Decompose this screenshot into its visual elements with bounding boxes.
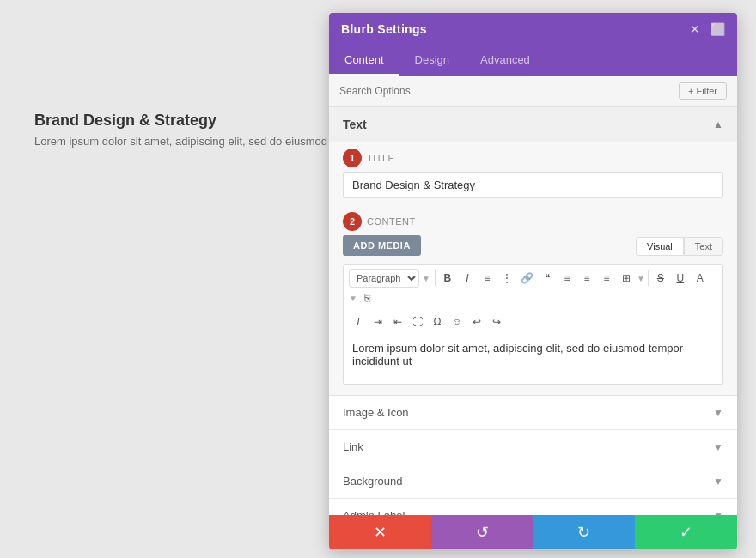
cancel-button[interactable]: ✕: [329, 515, 431, 549]
text-color-button[interactable]: A: [691, 269, 710, 288]
blockquote-button[interactable]: ❝: [538, 269, 557, 288]
editor-tabs: Visual Text: [636, 237, 723, 256]
editor-area[interactable]: Lorem ipsum dolor sit amet, adipiscing e…: [343, 333, 723, 385]
add-media-button[interactable]: ADD MEDIA: [343, 235, 421, 256]
save-icon: ✓: [680, 523, 692, 542]
indent-button[interactable]: ⇥: [369, 312, 387, 331]
panel-footer: ✕ ↺ ↻ ✓: [329, 515, 737, 549]
text-tab[interactable]: Text: [684, 237, 723, 256]
admin-label-section-title: Admin Label: [343, 509, 405, 515]
underline-button[interactable]: U: [671, 269, 690, 288]
search-input[interactable]: [339, 85, 679, 97]
redo-button[interactable]: ↻: [533, 515, 636, 549]
italic2-button[interactable]: I: [349, 312, 368, 331]
omega-button[interactable]: Ω: [428, 312, 447, 331]
expand-icon[interactable]: ⬜: [710, 21, 725, 37]
editor-toolbar-row1: Paragraph Heading 1 Heading 2 ▼ B I ≡ ⋮ …: [343, 264, 723, 311]
text-section-title: Text: [343, 118, 367, 131]
title-field: 1 Title: [329, 142, 737, 209]
link-section: Link ▼: [329, 430, 737, 464]
tab-advanced[interactable]: Advanced: [465, 45, 546, 76]
copy-button[interactable]: ⎘: [358, 288, 377, 307]
link-section-title: Link: [343, 440, 363, 453]
background-section-header[interactable]: Background ▼: [329, 464, 737, 498]
toolbar-divider-2: [648, 270, 649, 286]
outdent-button[interactable]: ⇤: [388, 312, 407, 331]
reset-icon: ↺: [476, 523, 489, 542]
editor-toolbar-row2: I ⇥ ⇤ ⛶ Ω ☺ ↩ ↪: [343, 311, 723, 333]
content-field: 2 Content ADD MEDIA Visual Text: [329, 209, 737, 395]
image-icon-chevron: ▼: [713, 407, 723, 419]
redo-icon: ↻: [577, 523, 590, 542]
cancel-icon: ✕: [374, 523, 387, 542]
link-chevron: ▼: [713, 441, 723, 453]
paragraph-select[interactable]: Paragraph Heading 1 Heading 2: [349, 269, 419, 288]
panel-content: Text ▲ 1 Title 2 Content: [329, 107, 737, 515]
panel-title: Blurb Settings: [341, 22, 427, 36]
filter-button[interactable]: + Filter: [679, 82, 727, 100]
editor-content: Lorem ipsum dolor sit amet, adipiscing e…: [352, 342, 683, 367]
redo-toolbar-button[interactable]: ↪: [487, 312, 506, 331]
link-section-header[interactable]: Link ▼: [329, 430, 737, 464]
blurb-settings-panel: Blurb Settings ✕ ⬜ Content Design Advanc…: [329, 13, 737, 549]
bold-button[interactable]: B: [438, 269, 457, 288]
undo-button[interactable]: ↩: [467, 312, 486, 331]
ordered-list-button[interactable]: ⋮: [497, 269, 516, 288]
text-section-header[interactable]: Text ▲: [329, 107, 737, 142]
background-section-title: Background: [343, 475, 402, 488]
image-icon-section-title: Image & Icon: [343, 406, 409, 419]
admin-label-section: Admin Label ▼: [329, 499, 737, 515]
emoji-button[interactable]: ☺: [448, 312, 466, 331]
visual-tab[interactable]: Visual: [636, 237, 684, 256]
admin-label-section-header[interactable]: Admin Label ▼: [329, 499, 737, 515]
strikethrough-button[interactable]: S: [651, 269, 670, 288]
step-1-badge: 1: [343, 149, 362, 167]
text-section: Text ▲ 1 Title 2 Content: [329, 107, 737, 396]
link-button[interactable]: 🔗: [517, 269, 537, 288]
save-button[interactable]: ✓: [635, 515, 737, 549]
italic-button[interactable]: I: [458, 269, 477, 288]
fullscreen-button[interactable]: ⛶: [408, 312, 427, 331]
content-label: Content: [367, 216, 416, 227]
modal-overlay: Blurb Settings ✕ ⬜ Content Design Advanc…: [0, 0, 756, 558]
table-button[interactable]: ⊞: [617, 269, 636, 288]
step-2-badge: 2: [343, 212, 362, 231]
image-icon-section-header[interactable]: Image & Icon ▼: [329, 396, 737, 429]
align-right-button[interactable]: ≡: [597, 269, 616, 288]
background-section: Background ▼: [329, 464, 737, 499]
title-label: Title: [367, 153, 394, 163]
align-left-button[interactable]: ≡: [558, 269, 576, 288]
panel-header-icons: ✕ ⬜: [687, 21, 725, 37]
title-input[interactable]: [343, 172, 723, 198]
panel-header: Blurb Settings ✕ ⬜: [329, 13, 737, 45]
toolbar-divider-1: [435, 270, 436, 286]
image-icon-section: Image & Icon ▼: [329, 396, 737, 430]
panel-tabs: Content Design Advanced: [329, 45, 737, 76]
reset-button[interactable]: ↺: [431, 515, 533, 549]
unordered-list-button[interactable]: ≡: [478, 269, 497, 288]
search-bar: + Filter: [329, 76, 737, 107]
text-section-chevron: ▲: [713, 118, 723, 130]
close-icon[interactable]: ✕: [687, 21, 703, 37]
tab-content[interactable]: Content: [329, 45, 399, 76]
align-center-button[interactable]: ≡: [577, 269, 596, 288]
tab-design[interactable]: Design: [399, 45, 465, 76]
background-chevron: ▼: [713, 476, 723, 488]
